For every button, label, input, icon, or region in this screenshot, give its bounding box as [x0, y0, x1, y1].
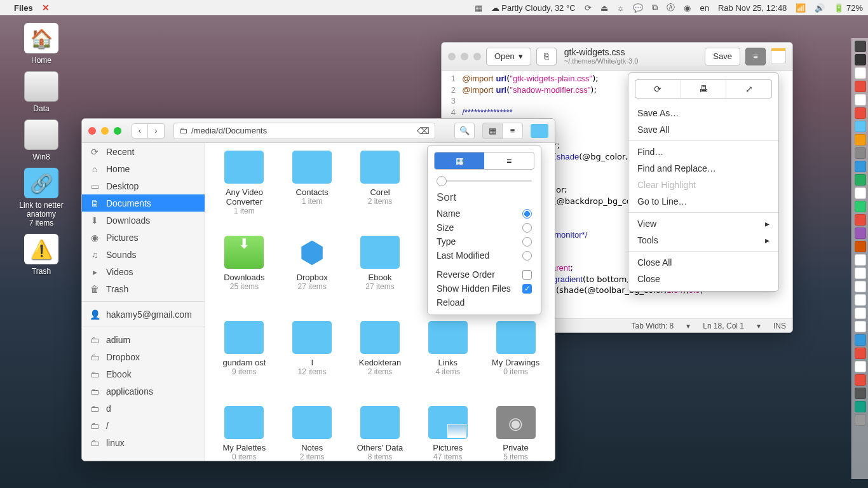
desktop-drive-win8[interactable]: Win8: [13, 119, 70, 161]
file-item[interactable]: My Palettes0 items: [212, 406, 277, 461]
eject-icon[interactable]: ⏏: [600, 3, 608, 13]
desktop-trash[interactable]: ⚠️Trash: [13, 234, 70, 276]
file-item[interactable]: ◉Private5 items: [483, 406, 548, 461]
dock-item[interactable]: [855, 174, 866, 186]
menu-goto-line[interactable]: Go to Line…: [628, 193, 778, 210]
file-item[interactable]: Others' Data8 items: [348, 406, 413, 461]
sidebar-item[interactable]: 🗑Trash: [82, 280, 205, 297]
sidebar-item[interactable]: ◉Pictures: [82, 229, 205, 246]
menu-find[interactable]: Find…: [628, 144, 778, 160]
view-grid-toggle[interactable]: ▦: [435, 152, 484, 169]
show-hidden-row[interactable]: Show Hidden Files✓: [428, 281, 541, 295]
sort-option[interactable]: Size: [428, 220, 541, 234]
close-icon[interactable]: ✕: [42, 3, 50, 13]
dock-item[interactable]: [855, 134, 866, 146]
sort-option[interactable]: Last Modified: [428, 248, 541, 262]
dock-item[interactable]: [855, 147, 866, 159]
path-bar[interactable]: 🗀 /media/d/Documents ⌫: [173, 123, 435, 139]
dock-item[interactable]: [855, 361, 866, 372]
dock-item[interactable]: [855, 294, 866, 306]
battery-indicator[interactable]: 🔋 72%: [834, 3, 863, 13]
menu-close[interactable]: Close: [628, 271, 778, 287]
file-item[interactable]: Contacts1 item: [280, 151, 345, 233]
sidebar-bookmark[interactable]: 🗀Ebook: [82, 365, 205, 383]
dock-item[interactable]: [855, 54, 866, 65]
dock-item[interactable]: [855, 241, 866, 252]
forward-button[interactable]: ›: [148, 123, 165, 139]
volume-icon[interactable]: 🔊: [815, 3, 825, 13]
dock-item[interactable]: [855, 414, 866, 426]
files-traffic[interactable]: [88, 127, 121, 135]
sort-option[interactable]: Type: [428, 234, 541, 248]
desktop-home[interactable]: 🏠Home: [13, 23, 70, 65]
lang-indicator[interactable]: en: [700, 3, 709, 13]
dock-item[interactable]: [855, 401, 866, 412]
workspace-icon[interactable]: ⧉: [652, 3, 658, 13]
back-button[interactable]: ‹: [132, 123, 148, 139]
dock-item[interactable]: [855, 281, 866, 292]
sidebar-bookmark[interactable]: 🗀d: [82, 400, 205, 417]
sync-icon[interactable]: ⟳: [585, 3, 592, 13]
hamburger-button[interactable]: ≡: [745, 48, 766, 65]
notepad-icon[interactable]: [771, 49, 786, 64]
sidebar-bookmark[interactable]: 🗀/: [82, 417, 205, 434]
file-item[interactable]: My Drawings0 items: [483, 321, 548, 403]
list-view-button[interactable]: ≡: [503, 123, 523, 139]
fullscreen-button[interactable]: ⤢: [726, 80, 771, 98]
file-item[interactable]: Any Video Converter1 item: [212, 151, 277, 233]
sidebar-item[interactable]: ▭Desktop: [82, 177, 205, 194]
a11y-icon[interactable]: Ⓐ: [667, 2, 675, 13]
dock-item[interactable]: [855, 308, 866, 319]
file-item[interactable]: Corel2 items: [348, 151, 413, 233]
reverse-order-row[interactable]: Reverse Order: [428, 268, 541, 281]
dock-item[interactable]: [855, 254, 866, 266]
file-item[interactable]: Ebook27 items: [348, 236, 413, 318]
dock-item[interactable]: [855, 268, 866, 279]
desktop-link-folder[interactable]: 🔗Link to netter anatomy7 items: [13, 168, 70, 227]
file-item[interactable]: I12 items: [280, 321, 345, 403]
menu-close-all[interactable]: Close All: [628, 254, 778, 271]
save-button[interactable]: Save: [705, 48, 740, 65]
dock-item[interactable]: [855, 121, 866, 132]
desktop-drive-data[interactable]: Data: [13, 71, 70, 113]
menu-find-replace[interactable]: Find and Replace…: [628, 160, 778, 177]
sidebar-bookmark[interactable]: 🗀applications: [82, 383, 205, 400]
dock-item[interactable]: [855, 187, 866, 199]
sidebar-item[interactable]: ♫Sounds: [82, 246, 205, 263]
sidebar-account[interactable]: 👤hakamy5@gmail.com: [82, 306, 205, 323]
dock-item[interactable]: [855, 81, 866, 92]
new-tab-button[interactable]: ⎘: [536, 48, 557, 65]
clock[interactable]: Rab Nov 25, 12:48: [718, 3, 787, 13]
dock-item[interactable]: [855, 321, 866, 332]
sidebar-item[interactable]: ▸Videos: [82, 263, 205, 280]
file-item[interactable]: gundam ost9 items: [212, 321, 277, 403]
file-item[interactable]: ⬇Downloads25 items: [212, 236, 277, 318]
file-item[interactable]: Links4 items: [415, 321, 480, 403]
open-button[interactable]: Open ▾: [486, 48, 531, 65]
app-name[interactable]: Files: [14, 3, 33, 13]
sidebar-bookmark[interactable]: 🗀adium: [82, 331, 205, 348]
dock-item[interactable]: [855, 67, 866, 79]
menu-save-as[interactable]: Save As…: [628, 105, 778, 121]
gedit-traffic[interactable]: [448, 53, 481, 60]
sidebar-item[interactable]: ⟳Recent: [82, 143, 205, 160]
icon-view-button[interactable]: ▦: [482, 123, 503, 139]
dock-item[interactable]: [855, 388, 866, 399]
wifi-icon[interactable]: 📶: [796, 3, 806, 13]
sidebar-bookmark[interactable]: 🗀linux: [82, 434, 205, 451]
tab-width[interactable]: Tab Width: 8: [632, 322, 674, 330]
hidden-checkbox[interactable]: ✓: [522, 284, 532, 294]
dock-item[interactable]: [855, 214, 866, 226]
file-item[interactable]: Notes2 items: [280, 406, 345, 461]
dock-item[interactable]: [855, 348, 866, 359]
chat-icon[interactable]: 💬: [633, 3, 643, 13]
reverse-checkbox[interactable]: [522, 270, 532, 280]
file-item[interactable]: Kedokteran2 items: [348, 321, 413, 403]
new-folder-button[interactable]: [531, 124, 548, 138]
sidebar-item[interactable]: ⬇Downloads: [82, 212, 205, 229]
weather-indicator[interactable]: ☁ Partly Cloudy, 32 °C: [491, 3, 576, 13]
reload-button[interactable]: ⟳: [635, 80, 681, 98]
dock-item[interactable]: [855, 94, 866, 105]
clear-icon[interactable]: ⌫: [417, 126, 430, 136]
brightness-icon[interactable]: ☼: [617, 3, 625, 13]
